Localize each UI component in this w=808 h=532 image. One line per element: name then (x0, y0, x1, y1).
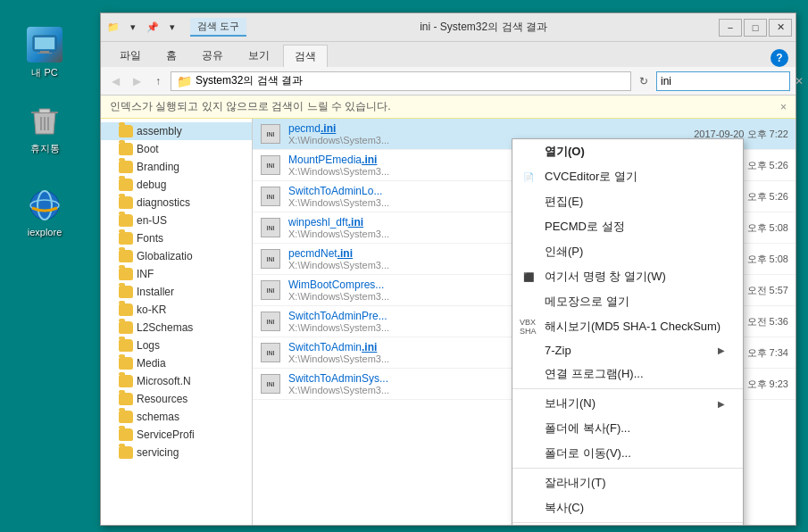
minimize-button[interactable]: − (719, 19, 742, 37)
tab-share[interactable]: 공유 (190, 44, 235, 67)
folder-icon-servicing (119, 446, 133, 459)
sidebar-item-en-us[interactable]: en-US (101, 212, 252, 229)
send-to-arrow-icon: ▶ (718, 399, 725, 409)
close-button[interactable]: ✕ (769, 19, 792, 37)
up-button[interactable]: ↑ (149, 72, 167, 90)
sidebar-label-serviceprofi: ServiceProfi (137, 428, 195, 441)
folder-icon-branding (119, 161, 133, 173)
address-input[interactable]: 📁 System32의 검색 결과 (171, 71, 631, 91)
sidebar-label-logs: Logs (137, 339, 160, 352)
sidebar-item-resources[interactable]: Resources (101, 390, 252, 408)
ctx-item-7zip[interactable]: 7-Zip ▶ (512, 339, 743, 362)
ctx-item-shortcut[interactable]: 바로 가기 만들기(S) (512, 522, 743, 525)
sidebar-label-microsoftn: Microsoft.N (137, 375, 191, 387)
sidebar-item-debug[interactable]: debug (101, 176, 252, 194)
tab-view[interactable]: 보기 (237, 44, 281, 67)
folder-icon-resources (119, 393, 133, 405)
desktop-icon-recycle[interactable]: 휴지통 (16, 103, 73, 155)
ctx-item-open-notepad[interactable]: 메모장으로 열기 (512, 289, 743, 314)
quick-btn-pin[interactable]: 📌 (144, 19, 162, 37)
title-buttons: − □ ✕ (719, 19, 792, 37)
ctx-item-open-cvc[interactable]: 📄 CVCEditor로 열기 (512, 164, 743, 189)
sidebar-item-ko-kr[interactable]: ko-KR (101, 301, 252, 319)
ctx-item-print[interactable]: 인쇄(P) (512, 239, 743, 264)
tab-home[interactable]: 홈 (154, 44, 188, 67)
search-box[interactable]: ✕ (656, 71, 790, 91)
sidebar-label-fonts: Fonts (137, 232, 163, 245)
ctx-item-pecmd-settings[interactable]: PECMD로 설정 (512, 214, 743, 239)
desktop-icon-mypc[interactable]: 내 PC (16, 27, 73, 79)
sidebar-item-assembly[interactable]: assembly (101, 122, 252, 140)
file-icon-winpeshl: INI (260, 217, 281, 238)
ctx-item-copy[interactable]: 복사(C) (512, 495, 743, 520)
sidebar-label-l2schemas: L2Schemas (137, 321, 193, 334)
sidebar-label-boot: Boot (137, 143, 159, 155)
file-icon-switchpre: INI (260, 311, 281, 332)
sidebar-label-debug: debug (137, 179, 166, 191)
sidebar-item-media[interactable]: Media (101, 354, 252, 372)
sidebar-item-microsoftn[interactable]: Microsoft.N (101, 372, 252, 390)
sidebar-label-servicing: servicing (137, 446, 179, 459)
sidebar-item-logs[interactable]: Logs (101, 337, 252, 354)
ctx-item-open-with[interactable]: 연결 프로그램(H)... (512, 362, 743, 387)
sidebar-item-globalization[interactable]: Globalizatio (101, 247, 252, 265)
desktop-icon-iexplore[interactable]: iexplore (16, 187, 73, 237)
sidebar-label-assembly: assembly (137, 125, 182, 137)
title-bar-left: 📁 ▾ 📌 ▾ 검색 도구 ini - System32의 검색 결과 (104, 18, 719, 37)
sidebar-label-resources: Resources (137, 393, 187, 405)
ctx-item-edit[interactable]: 편집(E) (512, 189, 743, 214)
sidebar-item-l2schemas[interactable]: L2Schemas (101, 319, 252, 337)
tab-file[interactable]: 파일 (108, 44, 153, 67)
ctx-item-send-to[interactable]: 보내기(N) ▶ (512, 388, 743, 416)
settings-icon (520, 218, 537, 236)
sidebar-item-serviceprofi[interactable]: ServiceProfi (101, 426, 252, 444)
search-input[interactable] (661, 75, 795, 87)
quick-btn-down[interactable]: ▾ (124, 19, 142, 37)
explorer-window: 📁 ▾ 📌 ▾ 검색 도구 ini - System32의 검색 결과 − □ … (100, 12, 796, 526)
sidebar-item-branding[interactable]: Branding (101, 158, 252, 176)
folder-icon-schemas (119, 411, 133, 423)
sidebar-item-boot[interactable]: Boot (101, 140, 252, 158)
ctx-item-move-to[interactable]: 폴더로 이동(V)... (512, 441, 743, 466)
7zip-arrow-icon: ▶ (718, 345, 725, 355)
info-close-icon[interactable]: × (780, 101, 787, 113)
refresh-button[interactable]: ↻ (635, 72, 653, 90)
sidebar-label-media: Media (137, 357, 166, 370)
quick-btn-1[interactable]: 📁 (104, 19, 122, 37)
ctx-item-hash[interactable]: VBX SHA 해시보기(MD5 SHA-1 CheckSum) (512, 314, 743, 339)
search-clear-icon[interactable]: ✕ (795, 75, 804, 87)
open-icon (520, 143, 537, 161)
quick-btn-dropdown[interactable]: ▾ (163, 19, 181, 37)
cvc-icon: 📄 (520, 168, 537, 186)
folder-icon-ko-kr (119, 303, 133, 316)
maximize-button[interactable]: □ (744, 19, 767, 37)
tab-search[interactable]: 검색 (283, 45, 328, 68)
context-menu: 열기(O) 📄 CVCEditor로 열기 편집(E) PECMD로 설정 인쇄… (512, 138, 744, 525)
sidebar-item-fonts[interactable]: Fonts (101, 229, 252, 247)
cut-icon (520, 474, 537, 492)
ctx-item-open-cmd[interactable]: ⬛ 여기서 명령 창 열기(W) (512, 264, 743, 289)
folder-icon-en-us (119, 214, 133, 227)
sidebar-item-servicing[interactable]: servicing (101, 444, 252, 461)
search-tool-label: 검색 도구 (190, 18, 246, 37)
back-button[interactable]: ◀ (106, 72, 124, 90)
notepad-icon (520, 293, 537, 311)
ctx-item-copy-to[interactable]: 폴더에 복사(F)... (512, 416, 743, 441)
sidebar-item-installer[interactable]: Installer (101, 283, 252, 301)
folder-icon-debug (119, 179, 133, 191)
folder-icon-installer (119, 286, 133, 298)
ctx-item-cut[interactable]: 잘라내기(T) (512, 468, 743, 495)
hash-icon: VBX SHA (520, 318, 537, 336)
copy-icon (520, 499, 537, 517)
help-button[interactable]: ? (771, 49, 788, 67)
svg-rect-1 (35, 37, 54, 49)
folder-icon-serviceprofi (119, 428, 133, 441)
iexplore-label: iexplore (28, 227, 62, 237)
sidebar-item-inf[interactable]: INF (101, 265, 252, 283)
sidebar-item-schemas[interactable]: schemas (101, 408, 252, 426)
address-path: System32의 검색 결과 (196, 73, 303, 88)
sidebar-item-diagnostics[interactable]: diagnostics (101, 194, 252, 212)
print-icon (520, 243, 537, 261)
forward-button[interactable]: ▶ (128, 72, 146, 90)
ctx-item-open[interactable]: 열기(O) (512, 139, 743, 164)
